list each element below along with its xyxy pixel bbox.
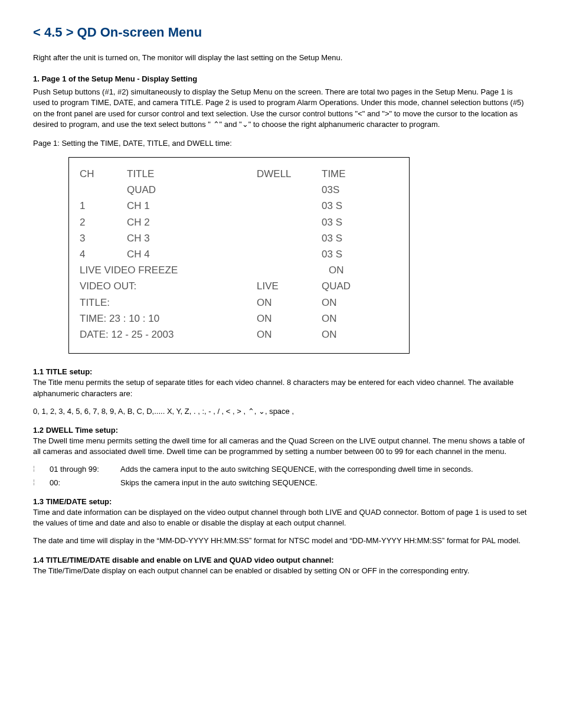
setup-menu-table: CH TITLE DWELL TIME QUAD 03S 1 CH 1 03 S…: [68, 157, 410, 354]
s11-body: The Title menu permits the setup of sepa…: [33, 377, 530, 399]
quad-title: QUAD: [127, 182, 257, 198]
list-item: ¦ 01 through 99: Adds the camera input t…: [33, 464, 530, 475]
dwell-key: 01 through 99:: [45, 464, 120, 475]
dwell-key: 00:: [45, 478, 120, 488]
table-head-row: CH TITLE DWELL TIME: [80, 166, 398, 182]
s11-heading: 1.1 TITLE setup:: [33, 367, 530, 377]
intro-text: Right after the unit is turned on, The m…: [33, 53, 530, 63]
bullet-icon: ¦: [33, 478, 45, 488]
table-row: VIDEO OUT: LIVE QUAD: [80, 278, 398, 294]
table-row: 3 CH 3 03 S: [80, 230, 398, 246]
bullet-icon: ¦: [33, 464, 45, 475]
s13-body1: Time and date information can be display…: [33, 507, 530, 528]
col-time-head: TIME: [322, 166, 369, 182]
page1-caption: Page 1: Setting the TIME, DATE, TITLE, a…: [33, 138, 530, 149]
list-item: ¦ 00: Skips the camera input in the auto…: [33, 478, 530, 488]
table-row: TITLE: ON ON: [80, 295, 398, 311]
s13-heading: 1.3 TIME/DATE setup:: [33, 497, 530, 507]
table-row: 2 CH 2 03 S: [80, 214, 398, 230]
col-ch-head: CH: [80, 166, 127, 182]
s14-body: The Title/Time/Date display on each outp…: [33, 566, 530, 576]
s13-body2: The date and time will display in the “M…: [33, 536, 530, 546]
dwell-list: ¦ 01 through 99: Adds the camera input t…: [33, 464, 530, 488]
quad-time: 03S: [322, 182, 369, 198]
s12-body: The Dwell time menu permits setting the …: [33, 436, 530, 457]
s14-heading: 1.4 TITLE/TIME/DATE disable and enable o…: [33, 555, 530, 566]
table-row: 1 CH 1 03 S: [80, 198, 398, 214]
table-row: DATE: 12 - 25 - 2003 ON ON: [80, 327, 398, 342]
section1-heading: 1. Page 1 of the Setup Menu - Display Se…: [33, 74, 530, 84]
table-row: 4 CH 4 03 S: [80, 246, 398, 262]
s12-heading: 1.2 DWELL Time setup:: [33, 425, 530, 436]
table-row: LIVE VIDEO FREEZE ON: [80, 262, 398, 278]
page-title: < 4.5 > QD On-screen Menu: [33, 24, 530, 42]
s11-chars: 0, 1, 2, 3, 4, 5, 6, 7, 8, 9, A, B, C, D…: [33, 406, 530, 417]
dwell-val: Adds the camera input to the auto switch…: [120, 464, 530, 475]
quad-ch: [80, 182, 127, 198]
section1-body: Push Setup buttons (#1, #2) simultaneous…: [33, 87, 530, 130]
col-title-head: TITLE: [127, 166, 257, 182]
table-row: TIME: 23 : 10 : 10 ON ON: [80, 311, 398, 327]
dwell-val: Skips the camera input in the auto switc…: [120, 478, 530, 488]
quad-row: QUAD 03S: [80, 182, 398, 198]
quad-live: [257, 182, 322, 198]
col-dwell-head: DWELL: [257, 166, 322, 182]
